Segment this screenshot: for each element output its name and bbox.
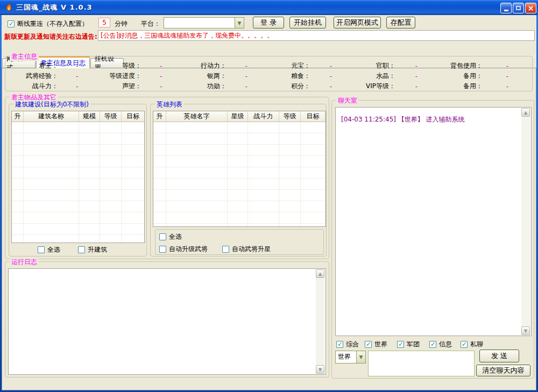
table-cell [100, 156, 122, 167]
minimize-button[interactable] [500, 3, 512, 13]
table-row[interactable] [12, 212, 144, 224]
table-cell [12, 145, 24, 156]
table-row[interactable] [153, 156, 325, 167]
field-label: 等级进度： [94, 72, 144, 81]
building-group-title: 建筑建设(目标为0不限制) [13, 100, 90, 109]
scroll-up-icon[interactable]: ▲ [521, 108, 530, 117]
send-button[interactable]: 发 送 [479, 350, 519, 362]
table-cell [153, 133, 166, 145]
scroll-down-icon[interactable]: ▼ [316, 365, 324, 374]
heroes-select-all-checkbox[interactable]: ✓ 全选 [159, 232, 182, 241]
table-cell [24, 190, 79, 201]
table-header-row: 升英雄名字星级战斗力等级目标 [153, 111, 325, 122]
table-cell [24, 212, 79, 224]
chat-channel-checkbox-3[interactable]: ✓军团 [397, 340, 420, 349]
column-header[interactable]: 升 [12, 111, 24, 122]
table-row[interactable] [153, 133, 325, 145]
field-label: VIP等级： [349, 82, 398, 91]
chat-channel-select[interactable]: 世界 ▼ [335, 351, 366, 364]
chat-scrollbar[interactable]: ▲ ▼ [521, 108, 530, 335]
table-cell [79, 133, 100, 145]
table-cell [279, 156, 301, 167]
chat-message-input[interactable] [368, 351, 475, 376]
heroes-options-panel: ✓ 全选 ✓ 自动升级武将 ✓ 自动武将升星 [155, 229, 324, 255]
chat-channel-checkbox-1[interactable]: ✓综合 [336, 340, 359, 349]
table-cell [100, 224, 122, 235]
table-row[interactable] [12, 122, 144, 133]
column-header[interactable]: 规模 [79, 111, 100, 122]
table-cell [79, 224, 100, 235]
table-cell [24, 145, 79, 156]
column-header[interactable]: 战斗力 [248, 111, 279, 122]
run-log-scrollbar[interactable]: ▲ ▼ [316, 269, 325, 374]
table-row[interactable] [12, 156, 144, 167]
scroll-down-icon[interactable]: ▼ [521, 326, 530, 335]
clear-chat-button[interactable]: 清空聊天内容 [476, 365, 530, 376]
column-header[interactable]: 升 [153, 111, 166, 122]
table-row[interactable] [12, 167, 144, 179]
field-value: - [60, 62, 94, 70]
column-header[interactable]: 目标 [122, 111, 145, 122]
column-header[interactable]: 星级 [228, 111, 248, 122]
table-row[interactable] [153, 179, 325, 190]
field-value: - [313, 73, 349, 80]
chevron-down-icon[interactable]: ▼ [235, 18, 244, 28]
auto-star-hero-checkbox[interactable]: ✓ 自动武将升星 [222, 245, 271, 254]
table-cell [100, 190, 122, 201]
maximize-button[interactable] [513, 3, 524, 13]
table-row[interactable] [153, 122, 325, 133]
table-cell [79, 179, 100, 190]
table-cell [301, 145, 325, 156]
open-web-mode-button[interactable]: 开启网页模式 [334, 17, 381, 28]
column-header[interactable]: 目标 [301, 111, 325, 122]
table-cell [166, 201, 228, 212]
save-config-button[interactable]: 存配置 [386, 17, 415, 28]
chat-channel-checkbox-4[interactable]: ✓信息 [429, 340, 452, 349]
table-row[interactable] [12, 145, 144, 156]
table-row[interactable] [153, 167, 325, 179]
upgrade-building-checkbox[interactable]: ✓ 升建筑 [78, 245, 107, 254]
chevron-down-icon[interactable]: ▼ [356, 351, 365, 363]
table-cell [228, 156, 248, 167]
run-log-textarea[interactable]: ▲ ▼ [8, 268, 326, 375]
column-header[interactable]: 英雄名字 [166, 111, 228, 122]
table-cell [301, 167, 325, 179]
table-row[interactable] [12, 201, 144, 212]
table-row[interactable] [153, 224, 325, 227]
chat-log[interactable]: [04-03 11:25:45] 【世界】 进入辅助系统 ▲ ▼ [335, 107, 532, 336]
checkbox-label: 全选 [169, 232, 182, 241]
platform-select[interactable]: ▼ [164, 17, 244, 28]
table-row[interactable] [12, 224, 144, 235]
field-value: - [60, 73, 94, 80]
table-cell [166, 179, 228, 190]
minutes-input[interactable]: 5 [98, 18, 110, 27]
table-row[interactable] [153, 201, 325, 212]
chat-channel-checkbox-2[interactable]: ✓世界 [365, 340, 387, 349]
table-row[interactable] [153, 212, 325, 224]
reconnect-checkbox[interactable]: ✓ 断线重连（不存入配置） [8, 19, 88, 28]
table-row[interactable] [12, 133, 144, 145]
login-button[interactable]: 登 录 [253, 17, 284, 28]
table-row[interactable] [12, 190, 144, 201]
table-cell [166, 212, 228, 224]
table-row[interactable] [153, 145, 325, 156]
column-header[interactable]: 等级 [100, 111, 122, 122]
table-header-row: 升建筑名称规模等级目标 [12, 111, 144, 122]
building-select-all-checkbox[interactable]: ✓ 全选 [38, 245, 60, 254]
table-cell [248, 156, 279, 167]
table-row[interactable] [12, 235, 144, 243]
table-row[interactable] [12, 179, 144, 190]
start-hangup-button[interactable]: 开始挂机 [289, 17, 326, 28]
scroll-up-icon[interactable]: ▲ [316, 269, 324, 278]
close-button[interactable]: × [525, 3, 536, 13]
chat-message: [04-03 11:25:45] 【世界】 进入辅助系统 [336, 108, 531, 124]
field-label: 粮食： [264, 72, 313, 81]
chat-group: 聊天室 [04-03 11:25:45] 【世界】 进入辅助系统 ▲ ▼ ✓综合… [331, 100, 534, 379]
table-row[interactable] [153, 190, 325, 201]
chat-channel-checkbox-5[interactable]: ✓私聊 [461, 340, 483, 349]
notice-field: [公告]好消息，三国魂战魂辅助发布了，现免费中。。。。。 [98, 30, 535, 41]
column-header[interactable]: 建筑名称 [24, 111, 79, 122]
column-header[interactable]: 等级 [279, 111, 301, 122]
auto-upgrade-hero-checkbox[interactable]: ✓ 自动升级武将 [159, 245, 208, 254]
table-cell [100, 212, 122, 224]
